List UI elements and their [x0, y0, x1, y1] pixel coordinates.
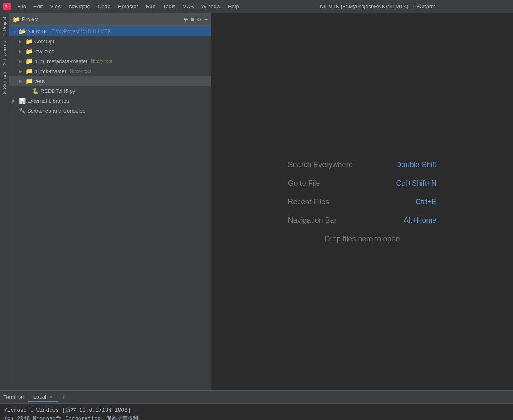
expand-arrow-comopt: ▶	[19, 39, 24, 44]
folder-icon: 📁	[12, 16, 19, 23]
menu-edit[interactable]: Edit	[30, 2, 46, 10]
file-tree: ▼ 📂 NILMTK F:\MyProject\RNN\NILMTK ▶ 📁 C…	[9, 26, 211, 390]
menu-view[interactable]: View	[47, 2, 65, 10]
terminal-body[interactable]: Microsoft Windows [版本 10.0.17134.1006] (…	[0, 404, 513, 420]
menu-help[interactable]: Help	[225, 2, 242, 10]
project-panel-title: Project	[22, 16, 181, 22]
project-panel-header: 📁 Project ⊕ ≡ ⚙ −	[9, 13, 211, 26]
tree-item-low_freq[interactable]: ▶ 📁 low_freq	[9, 46, 211, 56]
shortcut-recent-files: Recent Files Ctrl+E	[288, 198, 437, 206]
tree-label-scratches: Scratches and Consoles	[27, 108, 85, 114]
locate-icon[interactable]: ⊕	[183, 16, 188, 23]
shortcut-key-nav: Alt+Home	[404, 216, 437, 225]
expand-arrow-nilmtk: ▼	[12, 29, 17, 34]
shortcut-label-search: Search Everywhere	[288, 160, 392, 169]
terminal-tab-close[interactable]: ✕	[49, 394, 53, 399]
terminal-line-0: Microsoft Windows [版本 10.0.17134.1006]	[4, 406, 509, 415]
shortcut-key-search: Double Shift	[396, 160, 436, 169]
terminal-add-tab[interactable]: +	[61, 394, 65, 401]
terminal-label: Terminal:	[3, 394, 25, 400]
tree-badge-nilm_metadata: library root	[91, 59, 112, 64]
shortcut-key-recent: Ctrl+E	[416, 198, 437, 206]
expand-arrow-nilm_metadata: ▶	[19, 59, 24, 64]
terminal-line-1: (c) 2018 Microsoft Corporation。保留所有权利。	[4, 415, 509, 420]
terminal-section: Terminal: Local ✕ + Microsoft Windows [版…	[0, 390, 513, 420]
shortcut-label-goto: Go to File	[288, 179, 392, 188]
svg-text:P: P	[5, 5, 7, 9]
window-title: NILMTK [F:\MyProject\RNN\NILMTK] - PyCha…	[246, 3, 510, 9]
tree-item-external_libs[interactable]: ▶ 📊 External Libraries	[9, 96, 211, 106]
project-panel: 📁 Project ⊕ ≡ ⚙ − ▼ 📂 NILMTK F:\MyProjec…	[9, 13, 211, 390]
sidebar-tab-structure[interactable]: 3: Structure	[1, 69, 8, 96]
tree-label-low_freq: low_freq	[34, 48, 54, 54]
shortcut-goto-file: Go to File Ctrl+Shift+N	[288, 179, 437, 188]
scratch-icon: 🔧	[19, 108, 26, 114]
menu-navigate[interactable]: Navigate	[66, 2, 93, 10]
tree-item-reddtoh5[interactable]: 🐍 REDDToH5.py	[9, 86, 211, 96]
editor-area: Search Everywhere Double Shift Go to Fil…	[211, 13, 513, 390]
tree-label-external_libs: External Libraries	[27, 98, 69, 104]
tree-item-comopt[interactable]: ▶ 📁 ComOpt	[9, 36, 211, 46]
tree-label-nilm_metadata: nilm_metadata-master	[34, 58, 87, 64]
shortcut-label-recent: Recent Files	[288, 198, 411, 206]
drop-files-text: Drop files here to open	[324, 235, 400, 243]
tree-label-reddtoh5: REDDToH5.py	[40, 88, 76, 94]
menu-tools[interactable]: Tools	[160, 2, 179, 10]
shortcut-navigation-bar: Navigation Bar Alt+Home	[288, 216, 437, 225]
app-logo: P	[3, 3, 11, 10]
tree-item-venv[interactable]: ▶ 📁 venv	[9, 76, 211, 86]
main-layout: 1: Project 2: Favorites 3: Structure 📁 P…	[0, 13, 513, 390]
settings-icon[interactable]: ⚙	[196, 16, 202, 23]
external-libs-icon: 📊	[19, 98, 26, 104]
tree-item-nilmtk_master[interactable]: ▶ 📁 nilmtk-master library root	[9, 66, 211, 76]
shortcut-label-nav: Navigation Bar	[288, 216, 400, 225]
tree-item-nilmtk-root[interactable]: ▼ 📂 NILMTK F:\MyProject\RNN\NILMTK	[9, 26, 211, 36]
menu-vcs[interactable]: VCS	[180, 2, 197, 10]
menu-code[interactable]: Code	[95, 2, 114, 10]
python-file-icon: 🐍	[32, 88, 39, 94]
tree-path-nilmtk: F:\MyProject\RNN\NILMTK	[52, 28, 111, 34]
collapse-icon[interactable]: ≡	[191, 16, 194, 23]
shortcut-search-everywhere: Search Everywhere Double Shift	[288, 160, 437, 169]
terminal-tab-local[interactable]: Local ✕	[28, 392, 58, 402]
expand-arrow-external_libs: ▶	[12, 99, 17, 103]
expand-arrow-nilmtk_master: ▶	[19, 69, 24, 73]
sidebar-tab-project[interactable]: 1: Project	[1, 15, 8, 38]
title-bar: P File Edit View Navigate Code Refactor …	[0, 0, 513, 13]
menu-run[interactable]: Run	[142, 2, 159, 10]
folder-icon-comopt: 📁	[26, 38, 33, 45]
shortcut-key-goto: Ctrl+Shift+N	[396, 179, 436, 188]
tree-badge-nilmtk_master: library root	[70, 68, 91, 73]
tree-item-scratches[interactable]: 🔧 Scratches and Consoles	[9, 106, 211, 116]
tree-label-nilmtk_master: nilmtk-master	[34, 68, 66, 74]
menu-refactor[interactable]: Refactor	[115, 2, 142, 10]
tree-label-nilmtk: NILMTK	[28, 28, 47, 35]
folder-icon-nilmtk_master: 📁	[26, 68, 33, 74]
menu-bar: File Edit View Navigate Code Refactor Ru…	[14, 2, 242, 10]
expand-arrow-low_freq: ▶	[19, 49, 24, 54]
expand-arrow-venv: ▶	[19, 79, 24, 83]
left-side-tabs: 1: Project 2: Favorites 3: Structure	[0, 13, 9, 390]
folder-icon-low_freq: 📁	[26, 48, 33, 54]
terminal-header: Terminal: Local ✕ +	[0, 391, 513, 404]
sidebar-tab-favorites[interactable]: 2: Favorites	[1, 40, 8, 66]
folder-icon-nilm_metadata: 📁	[26, 58, 33, 64]
menu-window[interactable]: Window	[198, 2, 224, 10]
tree-item-nilm_metadata[interactable]: ▶ 📁 nilm_metadata-master library root	[9, 56, 211, 66]
folder-icon-venv: 📁	[26, 78, 33, 84]
menu-file[interactable]: File	[14, 2, 29, 10]
folder-icon-nilmtk: 📂	[19, 28, 26, 35]
tree-label-venv: venv	[34, 78, 45, 84]
hide-icon[interactable]: −	[204, 16, 208, 23]
tree-label-comopt: ComOpt	[34, 38, 54, 45]
